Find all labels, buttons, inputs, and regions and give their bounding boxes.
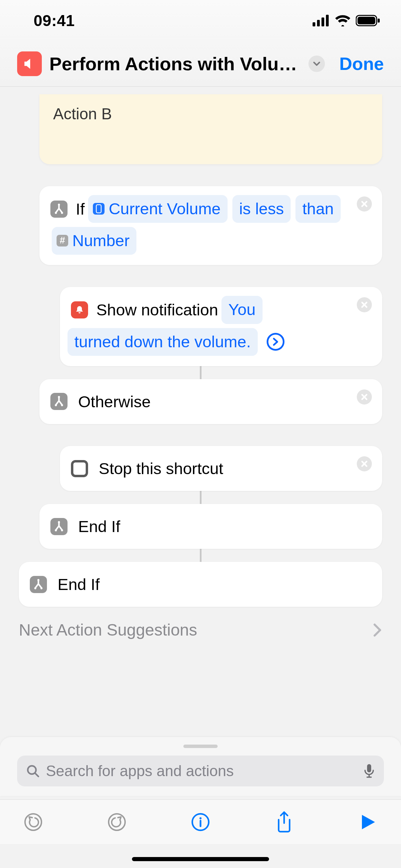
svg-rect-6 — [378, 19, 380, 23]
endif-card[interactable]: End If — [39, 504, 382, 549]
svg-point-7 — [58, 204, 60, 206]
endif-label: End If — [58, 575, 100, 593]
expand-button[interactable] — [267, 333, 284, 351]
number-token[interactable]: # Number — [52, 227, 136, 255]
remove-button[interactable] — [357, 456, 372, 471]
endif-label: End If — [78, 517, 120, 535]
close-icon — [361, 200, 368, 208]
chevron-down-icon — [313, 60, 321, 68]
title-menu-button[interactable] — [308, 56, 325, 72]
cellular-icon — [313, 15, 330, 26]
otherwise-label: Otherwise — [78, 393, 151, 411]
share-button[interactable] — [272, 810, 296, 834]
if-keyword: If — [76, 196, 85, 222]
close-icon — [361, 460, 368, 468]
flow-icon — [50, 393, 68, 410]
done-button[interactable]: Done — [332, 53, 384, 74]
suggestions-title: Next Action Suggestions — [19, 620, 197, 639]
title-group[interactable]: Perform Actions with Volum… — [17, 51, 325, 76]
status-icons — [313, 15, 380, 26]
svg-point-14 — [58, 521, 60, 523]
flow-icon — [30, 576, 47, 593]
endif-card-outer[interactable]: End If — [19, 562, 382, 607]
mic-icon[interactable] — [363, 763, 375, 779]
search-input[interactable] — [46, 762, 357, 780]
run-button[interactable] — [356, 810, 380, 834]
flow-icon — [50, 201, 68, 218]
svg-point-12 — [55, 404, 57, 406]
svg-rect-2 — [321, 17, 324, 26]
svg-rect-22 — [367, 764, 371, 772]
share-icon — [275, 811, 293, 833]
play-icon — [359, 813, 377, 831]
connector — [200, 366, 202, 379]
svg-rect-1 — [317, 20, 320, 26]
svg-line-21 — [35, 773, 38, 776]
svg-point-17 — [37, 579, 39, 581]
comment-card[interactable]: Action B — [39, 94, 382, 164]
connector — [200, 549, 202, 562]
status-bar: 09:41 — [0, 0, 401, 38]
remove-button[interactable] — [357, 389, 372, 405]
hash-icon: # — [57, 235, 68, 246]
comment-text: Action B — [53, 105, 112, 123]
condition-token-2[interactable]: than — [295, 195, 340, 223]
battery-icon — [356, 15, 380, 26]
condition-token[interactable]: is less — [232, 195, 291, 223]
svg-point-19 — [40, 587, 42, 589]
notification-label: Show notification — [96, 297, 218, 323]
message-token-2[interactable]: turned down the volume. — [68, 328, 258, 356]
info-icon — [191, 812, 210, 832]
close-icon — [361, 393, 368, 401]
redo-icon — [107, 812, 126, 832]
otherwise-card[interactable]: Otherwise — [39, 379, 382, 424]
connector — [200, 491, 202, 504]
remove-button[interactable] — [357, 196, 372, 212]
nav-header: Perform Actions with Volum… Done — [0, 51, 401, 87]
svg-point-15 — [55, 529, 57, 531]
info-button[interactable] — [189, 810, 212, 834]
page-title: Perform Actions with Volum… — [49, 53, 301, 74]
redo-button[interactable] — [105, 810, 129, 834]
svg-rect-0 — [313, 22, 315, 26]
shortcut-icon — [17, 51, 42, 76]
chevron-right-icon — [272, 337, 279, 346]
stop-action-card[interactable]: Stop this shortcut — [60, 446, 382, 491]
svg-point-18 — [34, 587, 36, 589]
svg-point-26 — [199, 817, 202, 819]
notification-action-card[interactable]: Show notification You turned down the vo… — [60, 287, 382, 366]
stop-icon — [71, 460, 88, 477]
if-action-card[interactable]: If Current Volume is less than # Number — [39, 186, 382, 265]
search-icon — [26, 764, 40, 778]
undo-button[interactable] — [21, 810, 45, 834]
search-field[interactable] — [17, 756, 384, 786]
search-panel[interactable] — [0, 737, 401, 796]
svg-point-13 — [61, 404, 63, 406]
svg-point-16 — [61, 529, 63, 531]
bottom-toolbar — [0, 799, 401, 844]
next-action-suggestions[interactable]: Next Action Suggestions — [19, 620, 382, 639]
chevron-right-icon — [372, 623, 382, 638]
flow-icon — [50, 518, 68, 535]
svg-point-9 — [61, 212, 63, 214]
svg-point-8 — [55, 212, 57, 214]
drag-handle[interactable] — [183, 745, 218, 748]
svg-point-11 — [58, 396, 60, 398]
wifi-icon — [335, 15, 351, 26]
undo-icon — [24, 812, 43, 832]
variable-token-current-volume[interactable]: Current Volume — [88, 195, 228, 223]
device-icon — [93, 203, 105, 215]
home-indicator — [132, 857, 269, 861]
message-token[interactable]: You — [221, 296, 262, 324]
svg-rect-3 — [326, 15, 329, 26]
close-icon — [361, 301, 368, 309]
stop-label: Stop this shortcut — [99, 459, 223, 478]
bell-icon — [71, 301, 88, 318]
svg-rect-5 — [357, 17, 375, 24]
status-time: 09:41 — [34, 11, 75, 30]
svg-rect-10 — [96, 205, 101, 213]
shortcut-canvas: Action B If Current Volume is less — [0, 94, 401, 710]
